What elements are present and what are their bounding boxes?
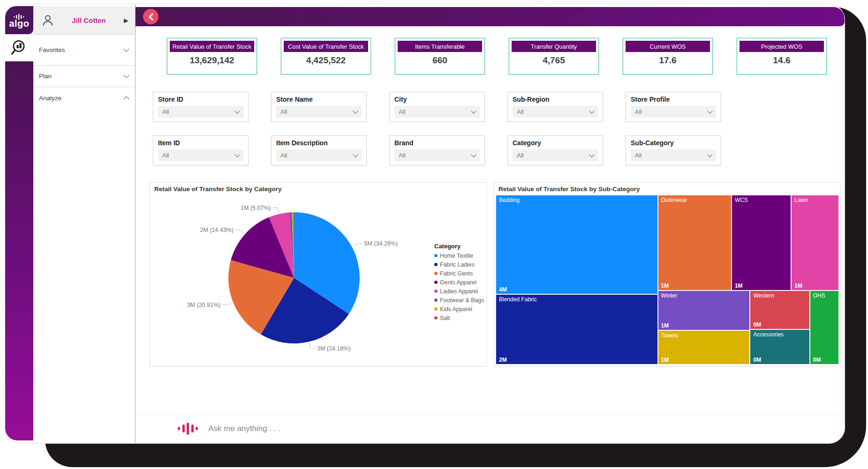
legend-item-fabric-gents[interactable]: Fabric Gents	[434, 269, 486, 278]
chevron-down-icon	[353, 108, 358, 113]
filter-dropdown-store-profile[interactable]: All	[631, 106, 716, 118]
treemap-tile-value: 1M	[661, 357, 669, 363]
filter-label: Store Name	[276, 96, 362, 103]
filter-dropdown-store-id[interactable]: All	[158, 106, 243, 118]
filter-selected-value: All	[280, 152, 354, 159]
treemap-tile-blended-fabric[interactable]: Blended Fabric2M	[496, 294, 658, 365]
filter-store-name: Store NameAll	[271, 92, 367, 122]
pie-svg: 5M (34.26%)3M (24.18%)3M (20.91%)2M (14.…	[150, 195, 436, 365]
user-name: Jill Cotten	[54, 16, 124, 24]
filter-dropdown-city[interactable]: All	[394, 106, 480, 118]
back-button[interactable]	[143, 9, 159, 24]
treemap-tile-label: Outerwear	[661, 197, 687, 203]
page: algo Jill Cotten ▶ FavoritesPlanAnalyze	[0, 0, 868, 469]
kpi-title: Retail Value of Transfer Stock	[170, 41, 254, 52]
chevron-down-icon	[123, 72, 129, 78]
treemap-tile-label: Towels	[661, 332, 679, 339]
treemap-tile-lawn[interactable]: Lawn1M	[791, 195, 839, 290]
filter-sub-region: Sub-RegionAll	[507, 92, 603, 122]
kpi-value: 4,425,522	[281, 55, 370, 66]
filter-row-2: Item IDAllItem DescriptionAllBrandAllCat…	[153, 135, 721, 166]
filter-dropdown-item-description[interactable]: All	[276, 149, 362, 161]
treemap-tile-label: Accessories	[753, 331, 784, 338]
pie-data-label: 3M (20.91%)	[187, 302, 221, 308]
filter-dropdown-sub-region[interactable]: All	[513, 106, 598, 118]
sidebar-item-plan[interactable]: Plan	[33, 66, 135, 87]
legend-item-fabric-ladies[interactable]: Fabric Ladies	[434, 260, 486, 269]
filter-dropdown-store-name[interactable]: All	[276, 106, 362, 118]
treemap-tile-outerwear[interactable]: Outerwear1M	[658, 195, 732, 290]
search-analytics-button[interactable]	[10, 39, 29, 58]
legend-item-salt[interactable]: Salt	[434, 313, 486, 322]
legend-dot-icon	[434, 298, 438, 302]
legend-item-footwear-bags[interactable]: Footwear & Bags	[434, 296, 486, 305]
legend-dot-icon	[434, 307, 438, 311]
legend-item-home-textile[interactable]: Home Textile	[434, 251, 486, 260]
chevron-up-icon	[123, 96, 129, 102]
treemap-tile-towels[interactable]: Towels1M	[658, 330, 750, 365]
user-profile[interactable]: Jill Cotten ▶	[33, 6, 135, 35]
treemap-tile-value: 4M	[499, 286, 507, 293]
treemap-tile-ohs[interactable]: OHS0M	[810, 290, 839, 365]
pie-chart-card: Retail Value of Transfer Stock by Catego…	[150, 182, 487, 366]
legend-label: Salt	[440, 315, 450, 321]
header-bar	[136, 7, 845, 26]
legend-item-kids-apparel[interactable]: Kids Apparel	[434, 305, 486, 313]
filter-sub-category: Sub-CategoryAll	[626, 135, 721, 165]
filter-city: CityAll	[389, 92, 485, 122]
filter-item-description: Item DescriptionAll	[271, 135, 367, 165]
kpi-card-retail-value-of-transfer-stock: Retail Value of Transfer Stock13,629,142	[167, 38, 257, 74]
treemap-tile-wcs[interactable]: WCS1M	[732, 195, 791, 290]
chevron-down-icon	[234, 152, 240, 157]
treemap-tile-value: 2M	[499, 357, 507, 363]
chevron-down-icon	[123, 46, 129, 52]
sidebar-item-favorites[interactable]: Favorites	[33, 34, 135, 66]
pie-data-label: 1M (5.07%)	[241, 205, 271, 211]
chevron-down-icon	[707, 108, 712, 113]
chevron-down-icon	[471, 108, 476, 113]
ask-input[interactable]: Ask me anything . . .	[208, 424, 280, 433]
kpi-value: 13,629,142	[167, 55, 257, 66]
sidebar-item-analyze[interactable]: Analyze	[33, 87, 135, 109]
filter-dropdown-item-id[interactable]: All	[158, 149, 243, 161]
pie-data-label: 3M (24.18%)	[317, 345, 351, 352]
kpi-value: 4,765	[509, 55, 598, 66]
treemap-tile-bedding[interactable]: Bedding4M	[496, 195, 658, 294]
treemap-tile-label: OHS	[813, 292, 825, 299]
chevron-down-icon	[589, 152, 594, 157]
legend-dot-icon	[434, 290, 438, 293]
legend-dot-icon	[434, 263, 438, 266]
treemap-tile-label: WCS	[735, 197, 748, 203]
filter-dropdown-category[interactable]: All	[513, 149, 598, 161]
legend-dot-icon	[434, 281, 438, 284]
kpi-card-cost-value-of-transfer-stock: Cost Value of Transfer Stock4,425,522	[281, 38, 371, 74]
treemap-tile-western[interactable]: Western0M	[750, 290, 809, 329]
legend-item-ladies-apparel[interactable]: Ladies Apparel	[434, 287, 486, 296]
legend-item-gents-apparel[interactable]: Gents Apparel	[434, 278, 486, 287]
legend-dot-icon	[434, 254, 438, 257]
pie-callout-line	[273, 208, 279, 213]
filter-selected-value: All	[399, 108, 472, 115]
filter-label: Category	[513, 139, 598, 147]
filter-dropdown-brand[interactable]: All	[394, 149, 480, 161]
app-screen: algo Jill Cotten ▶ FavoritesPlanAnalyze	[4, 4, 845, 444]
filter-store-id: Store IDAll	[153, 92, 249, 122]
treemap-tile-value: 0M	[813, 357, 821, 363]
legend-items: Home TextileFabric LadiesFabric GentsGen…	[434, 251, 486, 322]
pie-callout-line	[235, 230, 244, 233]
pie-data-label: 2M (14.43%)	[200, 227, 234, 233]
treemap-tile-winter[interactable]: Winter1M	[658, 290, 750, 330]
filter-row-1: Store IDAllStore NameAllCityAllSub-Regio…	[153, 92, 721, 123]
sidebar-item-label: Analyze	[39, 95, 124, 102]
treemap-tile-label: Western	[753, 292, 774, 299]
filter-selected-value: All	[162, 108, 235, 115]
treemap-tile-accessories[interactable]: Accessories0M	[750, 329, 809, 365]
pie-chart-title: Retail Value of Transfer Stock by Catego…	[154, 186, 282, 193]
legend-title: Category	[434, 243, 486, 250]
kpi-value: 17.6	[623, 55, 712, 66]
filter-dropdown-sub-category[interactable]: All	[631, 149, 716, 161]
voice-waveform-icon[interactable]	[178, 422, 198, 435]
filter-selected-value: All	[399, 152, 472, 159]
filter-label: Brand	[394, 139, 480, 147]
kpi-title: Transfer Quantity	[512, 41, 596, 52]
